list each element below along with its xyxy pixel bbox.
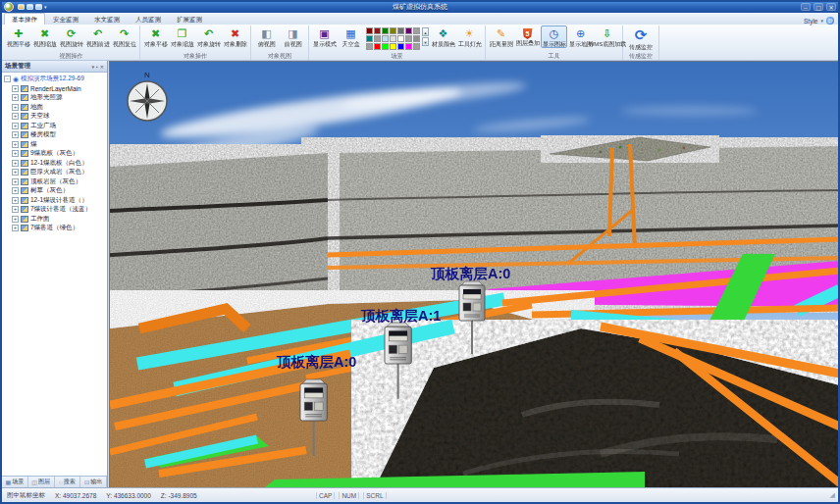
palette-color-swatch[interactable] [366, 27, 373, 34]
skybox-button[interactable]: ▦ 天空盒 [338, 25, 364, 48]
expander-icon[interactable]: + [12, 141, 19, 148]
style-label[interactable]: Style [804, 18, 817, 25]
expander-icon[interactable]: + [12, 131, 19, 138]
palette-color-swatch[interactable] [366, 35, 373, 42]
tree-item[interactable]: +12-1煤设计巷道（） [12, 196, 107, 206]
palette-color-swatch[interactable] [405, 35, 412, 42]
palette-color-swatch[interactable] [366, 43, 373, 50]
palette-color-swatch[interactable] [374, 27, 381, 34]
palette-color-swatch[interactable] [413, 43, 420, 50]
palette-color-swatch[interactable] [382, 43, 389, 50]
tree-item[interactable]: +巨厚火成岩（灰色） [12, 168, 107, 177]
expander-icon[interactable]: + [12, 187, 19, 194]
material-color-button[interactable]: ❖ 材质颜色 [430, 25, 456, 48]
expander-icon[interactable]: + [12, 94, 19, 101]
palette-color-swatch[interactable] [397, 43, 404, 50]
tree-item[interactable]: +工作面 [12, 215, 107, 225]
bottom-tab-output[interactable]: ⊡输出 [80, 477, 107, 487]
palette-color-swatch[interactable] [397, 27, 404, 34]
tab-extended-monitoring[interactable]: 扩展监测 [169, 13, 210, 25]
palette-color-swatch[interactable] [390, 35, 396, 42]
tab-safety-monitoring[interactable]: 安全监测 [45, 13, 86, 25]
close-button[interactable]: ✕ [826, 3, 836, 11]
viewport-3d[interactable]: 顶板离层A:0 顶板离层A:1 顶板离层A:0 N [109, 61, 838, 487]
style-dropdown-icon[interactable]: ▾ [820, 18, 823, 24]
tree-item[interactable]: +天空球 [12, 112, 107, 122]
expander-icon[interactable]: + [12, 113, 19, 120]
tree-root[interactable]: - ◉ 模拟演示场景12.29-69 [4, 75, 107, 84]
scene-canvas[interactable]: 顶板离层A:0 顶板离层A:1 顶板离层A:0 N [110, 62, 840, 487]
top-view-button[interactable]: ◧ 俯视图 [253, 25, 280, 48]
expander-icon[interactable]: + [12, 160, 19, 167]
palette-color-swatch[interactable] [405, 43, 412, 50]
color-palette[interactable] [364, 25, 421, 50]
resize-grip[interactable]: ◢ [830, 491, 835, 499]
tab-basic-operation[interactable]: 基本操作 [4, 13, 45, 25]
view-reset-button[interactable]: ↷ 视图复位 [111, 25, 137, 48]
tree-item[interactable]: +顶板岩层（灰色） [12, 177, 107, 187]
help-icon[interactable]: @ [826, 17, 834, 25]
palette-color-swatch[interactable] [405, 27, 412, 34]
bottom-tab-search[interactable]: ◌搜索 [55, 477, 81, 487]
expander-icon[interactable]: + [12, 85, 19, 92]
palette-up-icon[interactable]: ▲ [422, 27, 429, 36]
palette-color-swatch[interactable] [413, 35, 420, 42]
tree-item[interactable]: +7煤设计巷道（浅蓝） [12, 205, 107, 215]
tab-hydrology-monitoring[interactable]: 水文监测 [86, 13, 128, 25]
expander-icon[interactable]: + [12, 123, 19, 129]
tree-item[interactable]: +12-1煤底板（白色） [12, 159, 107, 169]
show-icons-button[interactable]: ◷ 显示图标 [541, 25, 567, 48]
pin-icon[interactable]: ▾ [92, 63, 95, 71]
float-icon[interactable]: ▪ [96, 63, 98, 71]
palette-color-swatch[interactable] [374, 35, 381, 42]
expander-icon[interactable]: + [12, 104, 19, 111]
tree-item[interactable]: +9煤底板（灰色） [12, 149, 107, 159]
object-zoom-button[interactable]: ❐ 对象缩放 [169, 25, 195, 48]
expander-icon[interactable]: + [12, 197, 19, 204]
expander-icon[interactable]: + [12, 225, 19, 231]
display-mode-button[interactable]: ▣ 显示模式 [311, 25, 338, 48]
palette-down-icon[interactable]: ▼ [422, 37, 429, 46]
expander-icon[interactable]: + [12, 169, 19, 176]
expander-icon[interactable]: + [12, 216, 19, 223]
tree-item[interactable]: +RenderLayerMain [12, 84, 107, 94]
minimize-button[interactable]: – [801, 3, 811, 11]
tab-personnel-monitoring[interactable]: 人员监测 [128, 13, 169, 25]
view-forward-button[interactable]: ↶ 视图前进 [84, 25, 111, 48]
expander-icon[interactable]: + [12, 178, 19, 185]
bottom-tab-scene[interactable]: ▦场景 [2, 477, 28, 487]
measure-button[interactable]: ✎ 距离量测 [488, 25, 514, 48]
view-zoom-button[interactable]: ✖ 视图缩放 [31, 25, 58, 48]
tool-light-button[interactable]: ☀ 工具灯光 [456, 25, 483, 48]
palette-color-swatch[interactable] [382, 27, 389, 34]
palette-color-swatch[interactable] [374, 43, 381, 50]
tree-item[interactable]: +树草（灰色） [12, 186, 107, 196]
front-view-button[interactable]: ◨ 前视图 [280, 25, 306, 48]
expander-icon[interactable]: - [4, 76, 11, 82]
tree-item[interactable]: +地面 [12, 103, 107, 113]
tree-item[interactable]: +地形光照源 [12, 93, 107, 103]
view-pan-button[interactable]: ✚ 视图平移 [5, 25, 31, 48]
expander-icon[interactable]: + [12, 206, 19, 213]
layer-overlay-button[interactable]: 5 图层叠加 [514, 25, 541, 47]
view-rotate-button[interactable]: ⟳ 视图旋转 [58, 25, 84, 48]
bottom-tab-layers[interactable]: ◫图层 [28, 477, 55, 487]
panel-close-icon[interactable]: ✕ [100, 63, 104, 71]
palette-color-swatch[interactable] [397, 35, 404, 42]
tree-item[interactable]: +楼房模型 [12, 130, 107, 140]
wms-load-button[interactable]: ⇩ WMS底图加载 [594, 25, 620, 48]
palette-color-swatch[interactable] [390, 27, 396, 34]
sensor-monitor-button[interactable]: ⟳ 传感监控 [625, 25, 656, 51]
button-label: 距离量测 [490, 40, 513, 46]
palette-color-swatch[interactable] [413, 27, 420, 34]
tree-item[interactable]: +煤 [12, 140, 107, 150]
object-delete-button[interactable]: ✖ 对象删除 [222, 25, 248, 48]
maximize-button[interactable]: ▢ [814, 3, 823, 11]
palette-color-swatch[interactable] [390, 43, 396, 50]
palette-color-swatch[interactable] [382, 35, 389, 42]
expander-icon[interactable]: + [12, 150, 19, 157]
object-rotate-button[interactable]: ↶ 对象旋转 [195, 25, 222, 48]
object-pan-button[interactable]: ✖ 对象平移 [142, 25, 169, 48]
tree-item[interactable]: +7煤巷道（绿色） [12, 224, 107, 233]
tree-item[interactable]: +工业广场 [12, 122, 107, 131]
